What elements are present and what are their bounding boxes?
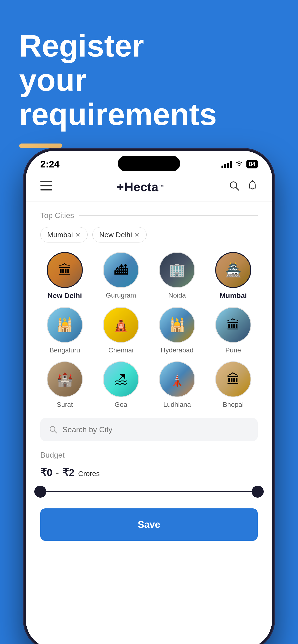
logo: + Hecta ™ xyxy=(117,180,164,194)
city-circle-pune: 🏛 xyxy=(215,307,251,343)
budget-suffix: Crores xyxy=(78,470,100,478)
budget-dash: - xyxy=(56,468,59,478)
budget-slider[interactable] xyxy=(40,484,258,499)
city-name-hyderabad: Hyderabad xyxy=(161,346,194,354)
status-bar: 2:24 xyxy=(26,151,272,172)
city-circle-surat: 🏰 xyxy=(47,361,83,397)
city-item-noida[interactable]: 🏢 Noida xyxy=(153,252,202,300)
status-icons: 84 xyxy=(221,160,258,169)
city-circle-bengaluru: 🕌 xyxy=(47,307,83,343)
selected-tags: Mumbai ✕ New Delhi ✕ xyxy=(40,227,258,242)
city-item-bhopal[interactable]: 🏛 Bhopal xyxy=(209,361,258,408)
city-name-surat: Surat xyxy=(57,401,73,408)
city-name-new-delhi: New Delhi xyxy=(48,292,82,300)
hero-underline xyxy=(19,144,62,148)
city-circle-gurugram: 🏙 xyxy=(103,252,139,288)
tag-mumbai[interactable]: Mumbai ✕ xyxy=(40,227,88,242)
city-name-bhopal: Bhopal xyxy=(223,401,244,408)
city-item-goa[interactable]: 🏖 Goa xyxy=(96,361,145,408)
city-circle-mumbai: 🏯 xyxy=(215,252,251,288)
phone-wrapper: 2:24 xyxy=(23,148,275,644)
save-button[interactable]: Save xyxy=(40,508,258,541)
svg-rect-3 xyxy=(40,189,52,190)
city-item-gurugram[interactable]: 🏙 Gurugram xyxy=(96,252,145,300)
slider-track xyxy=(40,491,258,492)
city-item-bengaluru[interactable]: 🕌 Bengaluru xyxy=(40,307,89,354)
svg-rect-2 xyxy=(40,185,52,186)
budget-divider xyxy=(69,455,258,455)
budget-range: ₹0 - ₹2 Crores xyxy=(40,467,258,478)
city-grid: 🏛 New Delhi 🏙 Gurugram 🏢 xyxy=(40,252,258,408)
city-item-ludhiana[interactable]: 🗼 Ludhiana xyxy=(153,361,202,408)
svg-line-5 xyxy=(236,187,239,190)
svg-rect-1 xyxy=(40,181,52,182)
logo-tm: ™ xyxy=(159,184,164,190)
top-cities-header: Top Cities xyxy=(40,211,258,220)
city-circle-new-delhi: 🏛 xyxy=(47,252,83,288)
city-circle-bhopal: 🏛 xyxy=(215,361,251,397)
hero-section: Registeryourrequirements xyxy=(0,0,298,162)
city-item-hyderabad[interactable]: 🕌 Hyderabad xyxy=(153,307,202,354)
phone-screen: 2:24 xyxy=(26,151,272,644)
header-icons xyxy=(228,180,258,194)
city-name-mumbai: Mumbai xyxy=(220,292,247,300)
notch xyxy=(118,156,180,171)
city-circle-ludhiana: 🗼 xyxy=(159,361,195,397)
tag-new-delhi-label: New Delhi xyxy=(99,231,132,239)
search-icon[interactable] xyxy=(228,180,240,194)
city-item-new-delhi[interactable]: 🏛 New Delhi xyxy=(40,252,89,300)
budget-header: Budget xyxy=(40,451,258,460)
svg-point-6 xyxy=(252,180,253,182)
battery-indicator: 84 xyxy=(246,160,258,168)
slider-thumb-min[interactable] xyxy=(34,486,46,498)
budget-max: ₹2 xyxy=(62,467,74,478)
app-header: + Hecta ™ xyxy=(26,172,272,202)
bell-icon[interactable] xyxy=(247,180,258,194)
signal-icon xyxy=(221,160,232,168)
tag-new-delhi[interactable]: New Delhi ✕ xyxy=(92,227,147,242)
tag-mumbai-close[interactable]: ✕ xyxy=(75,231,81,238)
logo-text: Hecta xyxy=(124,180,158,194)
hero-title: Registeryourrequirements xyxy=(19,29,279,132)
city-circle-chennai: 🛕 xyxy=(103,307,139,343)
city-circle-hyderabad: 🕌 xyxy=(159,307,195,343)
svg-point-0 xyxy=(238,165,240,166)
city-name-gurugram: Gurugram xyxy=(106,292,136,299)
hamburger-menu-icon[interactable] xyxy=(40,181,52,193)
budget-min: ₹0 xyxy=(40,467,52,478)
city-circle-noida: 🏢 xyxy=(159,252,195,288)
city-name-bengaluru: Bengaluru xyxy=(49,346,80,354)
slider-fill xyxy=(40,491,258,492)
city-name-pune: Pune xyxy=(225,346,241,354)
search-box[interactable] xyxy=(40,418,258,441)
budget-label: Budget xyxy=(40,451,65,460)
city-name-goa: Goa xyxy=(115,401,127,408)
city-circle-goa: 🏖 xyxy=(103,361,139,397)
wifi-icon xyxy=(235,160,244,169)
svg-line-8 xyxy=(54,431,57,433)
city-item-pune[interactable]: 🏛 Pune xyxy=(209,307,258,354)
phone-frame: 2:24 xyxy=(23,148,275,644)
city-item-surat[interactable]: 🏰 Surat xyxy=(40,361,89,408)
city-item-chennai[interactable]: 🛕 Chennai xyxy=(96,307,145,354)
app-content: Top Cities Mumbai ✕ New Delhi ✕ xyxy=(26,202,272,644)
top-cities-label: Top Cities xyxy=(40,211,74,220)
city-name-chennai: Chennai xyxy=(108,346,133,354)
city-name-ludhiana: Ludhiana xyxy=(163,401,191,408)
search-city-input[interactable] xyxy=(62,425,249,434)
city-name-noida: Noida xyxy=(168,292,186,299)
budget-section: Budget ₹0 - ₹2 Crores xyxy=(40,451,258,499)
tag-new-delhi-close[interactable]: ✕ xyxy=(134,231,140,238)
search-icon xyxy=(49,425,58,434)
city-item-mumbai[interactable]: 🏯 Mumbai xyxy=(209,252,258,300)
tag-mumbai-label: Mumbai xyxy=(47,231,73,239)
status-time: 2:24 xyxy=(40,159,60,170)
slider-thumb-max[interactable] xyxy=(252,486,264,498)
